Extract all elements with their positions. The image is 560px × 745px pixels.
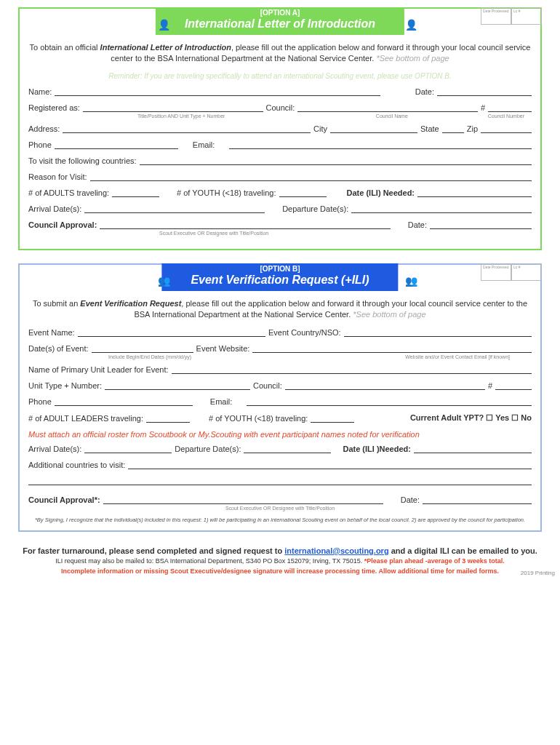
print-year: 2019 Printing <box>521 569 555 578</box>
departure-b-label: Departure Date(s): <box>175 445 241 453</box>
addl-field[interactable] <box>128 461 532 469</box>
group-icon: 👥 <box>405 275 417 287</box>
needed-b-field[interactable] <box>414 445 532 453</box>
email-b-field[interactable] <box>247 397 532 406</box>
reason-label: Reason for Visit: <box>28 172 87 181</box>
option-a-section: [OPTION A] International Letter of Intro… <box>18 7 542 250</box>
lc-number-box[interactable]: Lc # <box>511 7 542 25</box>
person-icon: 👤 <box>158 19 170 31</box>
council-b-label: Council: <box>253 381 282 390</box>
event-site-field[interactable] <box>252 344 532 353</box>
date-field[interactable] <box>437 87 532 96</box>
phone-b-label: Phone <box>28 397 52 406</box>
council-num-b-field[interactable] <box>495 381 532 390</box>
youth-b-field[interactable] <box>311 414 354 423</box>
group-icon: 👥 <box>158 275 170 287</box>
ypt-label[interactable]: Current Adult YPT? ☐ Yes ☐ No <box>410 413 532 423</box>
arrival-b-label: Arrival Date(s): <box>28 445 81 453</box>
council-number-field[interactable] <box>488 103 532 112</box>
needed-field[interactable] <box>417 188 532 197</box>
unit-label: Unit Type + Number: <box>28 381 102 390</box>
date-processed-box[interactable]: Date Processed <box>481 7 511 25</box>
option-a-reminder: Reminder: If you are traveling specifica… <box>28 72 532 80</box>
phone-field[interactable] <box>55 140 178 149</box>
address-field[interactable] <box>63 124 311 133</box>
date-b-label: Date: <box>401 495 420 504</box>
departure-b-field[interactable] <box>244 445 331 453</box>
state-field[interactable] <box>442 124 464 133</box>
registered-field[interactable] <box>83 103 263 112</box>
youth-b-label: # of YOUTH (<18) traveling: <box>209 414 308 423</box>
council-num-sublabel: Council Number <box>488 113 524 119</box>
youth-label: # of YOUTH (<18) traveling: <box>177 188 276 197</box>
event-country-field[interactable] <box>344 328 532 337</box>
name-label: Name: <box>28 87 52 96</box>
approval-label: Council Approval: <box>28 220 97 229</box>
approval-b-sublabel: Scout Executive OR Designee with Title/P… <box>28 506 532 511</box>
dates-sublabel: Include Begin/End Dates (mm/dd/yy) <box>108 354 191 359</box>
event-name-field[interactable] <box>78 328 265 337</box>
date-processed-box[interactable]: Date Processed <box>481 263 511 281</box>
adults-label: # of ADULTS traveling: <box>28 188 109 197</box>
arrival-label: Arrival Date(s): <box>28 204 81 213</box>
city-label: City <box>313 124 327 133</box>
leader-label: Name of Primary Unit Leader for Event: <box>28 365 169 374</box>
needed-b-label: Date (ILI )Needed: <box>343 445 411 453</box>
unit-field[interactable] <box>105 381 250 390</box>
hash-label: # <box>481 103 485 112</box>
site-sublabel: Website and/or Event Contact Email [if k… <box>405 354 510 359</box>
lc-number-box[interactable]: Lc # <box>511 263 542 281</box>
meta-boxes: Date Processed Lc # <box>481 263 542 281</box>
roster-warning: Must attach an official roster from Scou… <box>28 430 532 439</box>
youth-field[interactable] <box>279 188 327 197</box>
council-b-field[interactable] <box>285 381 485 390</box>
email-b-label: Email: <box>210 397 233 406</box>
date2-field[interactable] <box>430 220 532 229</box>
arrival-b-field[interactable] <box>84 445 172 453</box>
meta-boxes: Date Processed Lc # <box>481 7 542 25</box>
signing-note: *By Signing, I recognize that the indivi… <box>28 517 532 523</box>
page-footer: For faster turnaround, please send compl… <box>18 545 542 577</box>
addl-label: Additional countries to visit: <box>28 461 125 469</box>
phone-label: Phone <box>28 140 52 149</box>
departure-label: Departure Date(s): <box>282 204 348 213</box>
event-country-label: Event Country/NSO: <box>268 328 341 337</box>
date-b-field[interactable] <box>423 495 532 504</box>
email-link[interactable]: international@scouting.org <box>284 546 388 555</box>
footer-warning: Incomplete information or missing Scout … <box>18 567 542 577</box>
state-label: State <box>420 124 439 133</box>
arrival-field[interactable] <box>84 204 265 213</box>
option-b-title: Event Verification Request (+ILI) <box>191 274 369 286</box>
hash-b-label: # <box>488 381 492 390</box>
phone-b-field[interactable] <box>55 397 193 406</box>
event-dates-field[interactable] <box>92 344 193 353</box>
option-a-title: International Letter of Introduction <box>185 17 375 30</box>
option-b-tag: [OPTION B] <box>191 265 369 273</box>
approval-b-label: Council Approval*: <box>28 495 100 504</box>
zip-field[interactable] <box>481 124 532 133</box>
event-name-label: Event Name: <box>28 328 75 337</box>
council-field[interactable] <box>297 103 478 112</box>
approval-field[interactable] <box>100 220 390 229</box>
reason-field[interactable] <box>90 172 532 181</box>
leader-field[interactable] <box>172 365 532 374</box>
option-b-section: [OPTION B] Event Verification Request (+… <box>18 263 542 532</box>
city-field[interactable] <box>330 124 417 133</box>
zip-label: Zip <box>467 124 478 133</box>
adults-b-field[interactable] <box>146 414 190 423</box>
departure-field[interactable] <box>351 204 532 213</box>
needed-label: Date (ILI) Needed: <box>347 188 415 197</box>
name-field[interactable] <box>55 87 380 96</box>
date2-label: Date: <box>408 220 427 229</box>
registered-sublabel: Title/Position AND Unit Type + Number <box>137 113 225 119</box>
registered-label: Registered as: <box>28 103 80 112</box>
person-icon: 👤 <box>405 19 417 31</box>
visit-field[interactable] <box>140 156 532 165</box>
approval-b-field[interactable] <box>103 495 383 504</box>
email-field[interactable] <box>229 140 532 149</box>
adults-field[interactable] <box>112 188 159 197</box>
addl-field-2[interactable] <box>28 477 532 485</box>
address-label: Address: <box>28 124 60 133</box>
adults-b-label: # of ADULT LEADERS traveling: <box>28 414 143 423</box>
option-a-header: [OPTION A] International Letter of Intro… <box>156 7 404 35</box>
